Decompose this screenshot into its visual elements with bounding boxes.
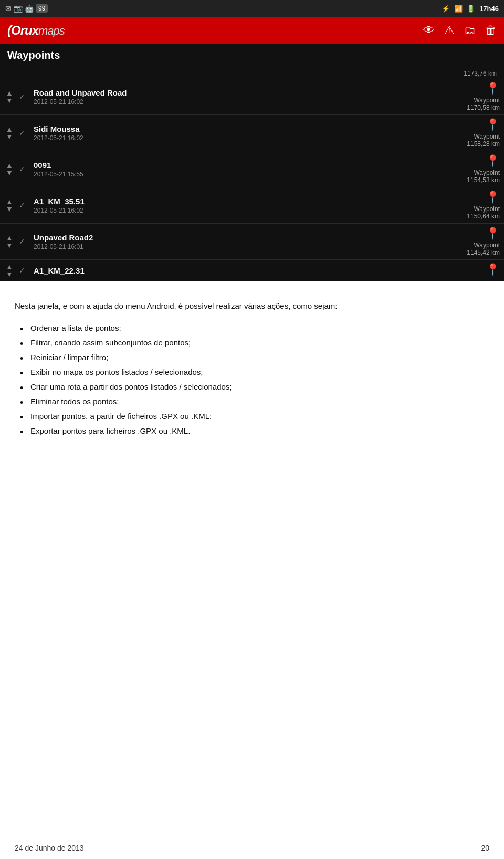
time-display: 17h46 [479,5,499,13]
waypoint-type: Waypoint [474,242,500,249]
list-item: Ordenar a lista de pontos; [20,322,489,334]
total-distance: 1173,76 km [464,70,497,77]
waypoint-info: 0091 2012-05-21 15:55 [34,161,437,178]
pin-icon: 📍 [486,191,500,204]
waypoint-date: 2012-05-21 16:02 [34,207,437,214]
layers-icon[interactable]: 🗂 [464,24,476,37]
waypoint-info: Road and Unpaved Road 2012-05-21 16:02 [34,88,437,106]
table-row[interactable]: ▲ ▼ ✓ Unpaved Road2 2012-05-21 16:01 📍 W… [0,224,504,260]
waypoint-distance: 1145,42 km [467,249,500,256]
trash-icon[interactable]: 🗑 [485,24,497,37]
list-item: Filtrar, criando assim subconjuntos de p… [20,337,489,349]
status-bar-left: ✉ 📷 🤖 99 [5,4,48,13]
checkbox-icon[interactable]: ✓ [19,201,28,210]
mail-icon: ✉ [5,4,12,13]
camera-icon: 📷 [14,4,23,13]
waypoint-distance: 1170,58 km [467,104,500,111]
waypoint-date: 2012-05-21 15:55 [34,171,437,178]
waypoint-type: Waypoint [474,169,500,176]
status-bar: ✉ 📷 🤖 99 ⚡ 📶 🔋 17h46 [0,0,504,17]
description-intro: Nesta janela, e com a ajuda do menu Andr… [15,300,489,312]
battery-icon: 🔋 [467,5,475,13]
list-item: Importar pontos, a partir de ficheiros .… [20,410,489,423]
waypoint-info: Sidi Moussa 2012-05-21 16:02 [34,124,437,142]
list-item: Criar uma rota a partir dos pontos lista… [20,381,489,393]
eye-icon[interactable]: 👁 [423,24,435,37]
signal-icon: 📶 [454,5,463,13]
pin-icon: 📍 [486,227,500,240]
drag-handle-icon[interactable]: ▲ ▼ [4,263,15,278]
app-header: (Oruxmaps 👁 ⚠ 🗂 🗑 [0,17,504,44]
drag-handle-icon[interactable]: ▲ ▼ [4,162,15,176]
description-area: Nesta janela, e com a ajuda do menu Andr… [0,281,504,452]
footer-date: 24 de Junho de 2013 [15,844,84,852]
waypoint-name: A1_KM_22.31 [34,266,437,275]
waypoint-name: A1_KM_35.51 [34,197,437,206]
waypoint-distance: 1154,53 km [467,176,500,184]
waypoint-distance: 1158,28 km [467,140,500,148]
pin-icon: 📍 [486,263,500,277]
checkbox-icon[interactable]: ✓ [19,128,28,138]
checkbox-icon[interactable]: ✓ [19,92,28,101]
waypoint-name: Unpaved Road2 [34,233,437,242]
table-row-partial[interactable]: ▲ ▼ ✓ A1_KM_22.31 📍 [0,260,504,281]
pin-icon: 📍 [486,82,500,96]
waypoint-right: 📍 Waypoint 1154,53 km [437,154,500,184]
waypoints-title: Waypoints [7,49,497,61]
list-item: Reiniciar / limpar filtro; [20,351,489,364]
header-icons: 👁 ⚠ 🗂 🗑 [423,24,497,37]
checkbox-icon[interactable]: ✓ [19,266,28,275]
list-item: Exportar pontos para ficheiros .GPX ou .… [20,425,489,437]
checkbox-icon[interactable]: ✓ [19,164,28,174]
waypoint-right: 📍 Waypoint 1170,58 km [437,82,500,111]
bullet-list: Ordenar a lista de pontos; Filtrar, cria… [15,322,489,437]
distance-top-row: 1173,76 km [0,67,504,79]
waypoint-right: 📍 Waypoint 1150,64 km [437,191,500,220]
waypoint-name: Road and Unpaved Road [34,88,437,97]
waypoint-name: Sidi Moussa [34,124,437,133]
waypoint-info: A1_KM_35.51 2012-05-21 16:02 [34,197,437,214]
waypoint-info: A1_KM_22.31 [34,266,437,275]
drag-handle-icon[interactable]: ▲ ▼ [4,125,15,140]
page-footer: 24 de Junho de 2013 20 [0,836,504,859]
table-row[interactable]: ▲ ▼ ✓ Road and Unpaved Road 2012-05-21 1… [0,79,504,115]
waypoint-date: 2012-05-21 16:02 [34,98,437,106]
list-item: Exibir no mapa os pontos listados / sele… [20,366,489,379]
status-bar-right: ⚡ 📶 🔋 17h46 [442,5,499,13]
waypoint-info: Unpaved Road2 2012-05-21 16:01 [34,233,437,250]
waypoints-list: ▲ ▼ ✓ Road and Unpaved Road 2012-05-21 1… [0,79,504,281]
drag-handle-icon[interactable]: ▲ ▼ [4,198,15,213]
waypoint-right: 📍 Waypoint 1158,28 km [437,118,500,148]
waypoint-right: 📍 [437,263,500,278]
warning-icon[interactable]: ⚠ [444,24,455,37]
drag-handle-icon[interactable]: ▲ ▼ [4,89,15,104]
app-logo: (Oruxmaps [7,23,65,38]
table-row[interactable]: ▲ ▼ ✓ Sidi Moussa 2012-05-21 16:02 📍 Way… [0,115,504,151]
table-row[interactable]: ▲ ▼ ✓ A1_KM_35.51 2012-05-21 16:02 📍 Way… [0,187,504,224]
waypoint-date: 2012-05-21 16:01 [34,243,437,250]
pin-icon: 📍 [486,118,500,132]
list-item: Eliminar todos os pontos; [20,395,489,408]
waypoint-date: 2012-05-21 16:02 [34,134,437,142]
pin-icon: 📍 [486,154,500,168]
drag-handle-icon[interactable]: ▲ ▼ [4,234,15,249]
waypoint-distance: 1150,64 km [467,213,500,220]
bluetooth-icon: ⚡ [442,5,450,13]
waypoint-type: Waypoint [474,205,500,213]
waypoint-type: Waypoint [474,97,500,104]
waypoint-type: Waypoint [474,133,500,140]
waypoint-name: 0091 [34,161,437,170]
waypoints-title-bar: Waypoints [0,44,504,67]
footer-page: 20 [481,844,489,852]
checkbox-icon[interactable]: ✓ [19,237,28,246]
waypoint-right: 📍 Waypoint 1145,42 km [437,227,500,256]
table-row[interactable]: ▲ ▼ ✓ 0091 2012-05-21 15:55 📍 Waypoint 1… [0,151,504,187]
android-icon: 🤖 [25,4,34,13]
notification-count: 99 [36,4,48,13]
